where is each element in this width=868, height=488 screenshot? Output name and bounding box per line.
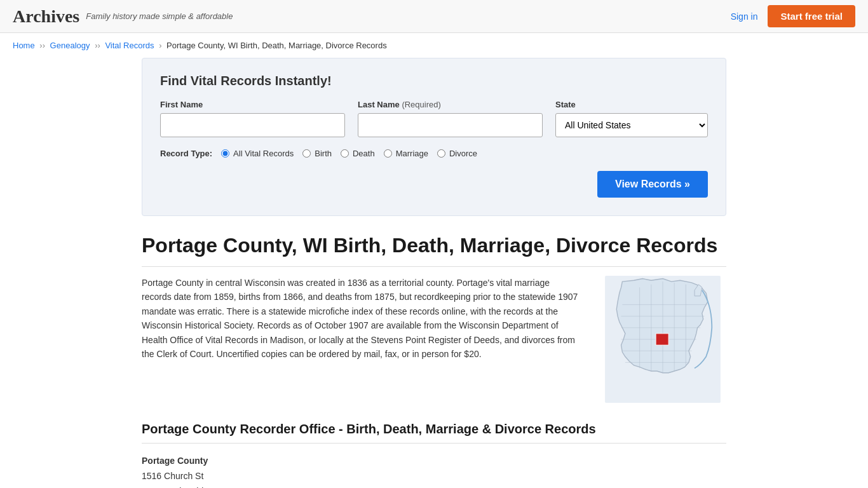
page-title: Portage County, WI Birth, Death, Marriag… <box>142 234 726 267</box>
first-name-input[interactable] <box>160 113 345 137</box>
radio-divorce[interactable]: Divorce <box>437 149 477 158</box>
view-records-button[interactable]: View Records » <box>597 171 708 198</box>
office-name: Portage County <box>142 454 726 469</box>
state-select[interactable]: All United States Wisconsin Illinois Min… <box>555 113 708 137</box>
page-description: Portage County in central Wisconsin was … <box>142 276 581 403</box>
svg-rect-14 <box>656 334 668 345</box>
breadcrumb: Home ›› Genealogy ›› Vital Records › Por… <box>0 33 868 58</box>
main-content: Find Vital Records Instantly! First Name… <box>129 58 739 488</box>
radio-marriage-input[interactable] <box>384 149 392 158</box>
last-name-input[interactable] <box>358 113 543 137</box>
breadcrumb-home[interactable]: Home <box>13 41 35 50</box>
radio-all-vital[interactable]: All Vital Records <box>221 149 294 158</box>
breadcrumb-sep1: ›› <box>39 41 45 50</box>
breadcrumb-sep2: ›› <box>95 41 100 50</box>
wisconsin-map <box>599 276 726 403</box>
radio-death[interactable]: Death <box>341 149 375 158</box>
radio-marriage[interactable]: Marriage <box>384 149 428 158</box>
first-name-label: First Name <box>160 100 345 109</box>
recorder-section-title: Portage County Recorder Office - Birth, … <box>142 422 726 444</box>
breadcrumb-vital-records[interactable]: Vital Records <box>105 41 154 50</box>
radio-birth[interactable]: Birth <box>302 149 332 158</box>
search-form-container: Find Vital Records Instantly! First Name… <box>142 58 726 216</box>
breadcrumb-genealogy[interactable]: Genealogy <box>50 41 90 50</box>
breadcrumb-current: Portage County, WI Birth, Death, Marriag… <box>166 41 387 50</box>
radio-all-vital-input[interactable] <box>221 149 229 158</box>
office-address2: County-City Bldg <box>142 484 726 488</box>
content-section: Portage County in central Wisconsin was … <box>142 276 726 403</box>
site-tagline: Family history made simple & affordable <box>86 11 233 21</box>
record-type-row: Record Type: All Vital Records Birth Dea… <box>160 149 708 158</box>
state-group: State All United States Wisconsin Illino… <box>555 100 708 137</box>
office-info: Portage County 1516 Church St County-Cit… <box>142 454 726 488</box>
last-name-label: Last Name (Required) <box>358 100 543 109</box>
header-left: Archives Family history made simple & af… <box>13 6 233 27</box>
radio-birth-label: Birth <box>315 149 332 158</box>
radio-death-label: Death <box>353 149 375 158</box>
site-logo: Archives <box>13 6 79 27</box>
record-type-label: Record Type: <box>160 149 212 158</box>
radio-birth-input[interactable] <box>302 149 311 158</box>
search-title: Find Vital Records Instantly! <box>160 74 708 88</box>
form-row-inputs: First Name Last Name (Required) State Al… <box>160 100 708 137</box>
breadcrumb-sep3: › <box>159 41 161 50</box>
state-label: State <box>555 100 708 109</box>
radio-divorce-input[interactable] <box>437 149 445 158</box>
radio-all-vital-label: All Vital Records <box>233 149 294 158</box>
first-name-group: First Name <box>160 100 345 137</box>
map-area <box>599 276 726 403</box>
office-address1: 1516 Church St <box>142 469 726 484</box>
header-right: Sign in Start free trial <box>731 5 855 27</box>
radio-death-input[interactable] <box>341 149 349 158</box>
sign-in-link[interactable]: Sign in <box>731 11 758 22</box>
last-name-group: Last Name (Required) <box>358 100 543 137</box>
radio-marriage-label: Marriage <box>396 149 428 158</box>
start-trial-button[interactable]: Start free trial <box>768 5 855 27</box>
site-header: Archives Family history made simple & af… <box>0 0 868 33</box>
radio-divorce-label: Divorce <box>449 149 477 158</box>
required-text: (Required) <box>402 100 440 109</box>
view-records-row: View Records » <box>160 171 708 198</box>
